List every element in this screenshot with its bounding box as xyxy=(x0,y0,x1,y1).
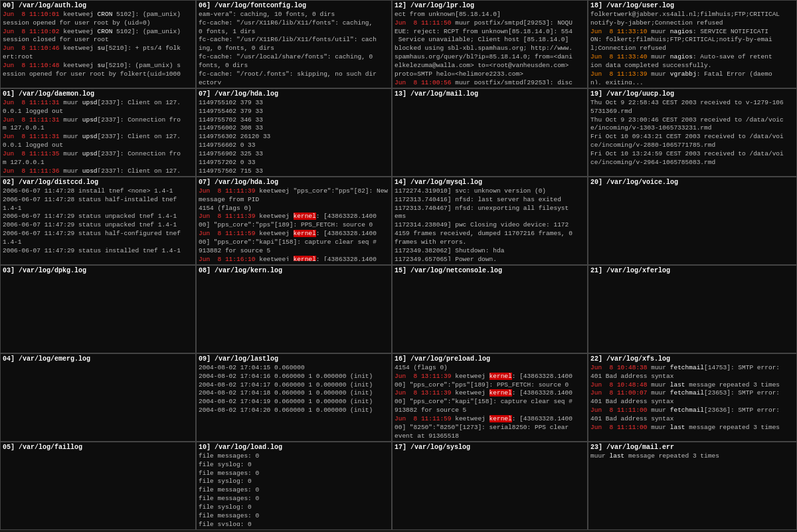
panel-content-01: Jun 8 11:11:31 muur upsd[2337]: Client o… xyxy=(3,99,193,173)
panel-title-15: 15] /var/log/netconsole.log xyxy=(395,267,585,274)
panel-auth-log: 00] /var/log/auth.log Jun 8 11:10:01 kee… xyxy=(0,0,196,88)
panel-title-07: 07] /var/log/hda.log xyxy=(199,90,389,98)
panel-xferlog: 21] /var/log/xferlog xyxy=(588,265,797,353)
panel-content-12: ect from unknown[85.18.14.0] Jun 8 11:11… xyxy=(395,11,585,84)
panel-distccd-log: 02] /var/log/distccd.log 2006-06-07 11:4… xyxy=(0,177,196,265)
panel-content-21 xyxy=(590,276,794,349)
panel-title-13: 13] /var/log/mail.log xyxy=(395,90,585,98)
panel-title-22: 22] /var/log/xfs.log xyxy=(590,355,794,363)
panel-faillog: 05] /var/log/faillog xyxy=(0,442,196,530)
panel-title-00: 00] /var/log/auth.log xyxy=(3,2,193,9)
panel-voice-log: 20] /var/log/voice.log xyxy=(588,177,797,265)
panel-preload-log: 16] /var/log/preload.log 4154 (flags 0) … xyxy=(392,353,588,442)
panel-content-17 xyxy=(395,452,585,526)
panel-title-14: 14] /var/log/mysql.log xyxy=(395,179,585,186)
panel-title-21: 21] /var/log/xferlog xyxy=(590,267,794,274)
panel-hda-log-2: 07] /var/log/hda.log Jun 8 11:11:39 keet… xyxy=(196,177,392,265)
log-grid: 00] /var/log/auth.log Jun 8 11:10:01 kee… xyxy=(0,0,797,532)
panel-uucp-log: 19] /var/log/uucp.log Thu Oct 9 22:58:43… xyxy=(588,88,797,177)
panel-title-23: 23] /var/log/mail.err xyxy=(590,444,794,451)
panel-content-23: muur last message repeated 3 times xyxy=(590,452,794,526)
panel-hda-log: 07] /var/log/hda.log 1149755102 379 33 1… xyxy=(196,88,392,177)
panel-content-22: Jun 8 10:48:38 muur fetchmail[14753]: SM… xyxy=(590,364,794,438)
panel-title-07b: 07] /var/log/hda.log xyxy=(199,179,389,186)
panel-title-19: 19] /var/log/uucp.log xyxy=(590,90,794,98)
panel-kern-log: 08] /var/log/kern.log xyxy=(196,265,392,353)
panel-mail-err: 23] /var/log/mail.err muur last message … xyxy=(588,442,797,530)
panel-title-08: 08] /var/log/kern.log xyxy=(199,267,389,274)
panel-content-00: Jun 8 11:10:01 keetweej CRON 5102]: (pam… xyxy=(3,11,193,84)
panel-netconsole-log: 15] /var/log/netconsole.log xyxy=(392,265,588,353)
panel-content-16: 4154 (flags 0) Jun 8 13:11:39 keetweej k… xyxy=(395,364,585,438)
panel-content-08 xyxy=(199,276,389,349)
panel-content-07: 1149755102 379 33 1149755402 379 33 1149… xyxy=(199,99,389,173)
panel-title-06: 06] /var/log/fontconfig.log xyxy=(199,2,389,9)
panel-content-09: 2004-08-02 17:04:15 0.060000 2004-08-02 … xyxy=(199,364,389,438)
panel-title-04: 04] /var/log/emerg.log xyxy=(3,355,193,363)
panel-content-14: 1172274.319010] svc: unknown version (0)… xyxy=(395,187,585,261)
panel-fontconfig-log: 06] /var/log/fontconfig.log eam-vera": c… xyxy=(196,0,392,88)
panel-mail-log: 13] /var/log/mail.log xyxy=(392,88,588,177)
panel-user-log: 18] /var/log/user.log folkertwerk@jabber… xyxy=(588,0,797,88)
panel-emerg-log: 04] /var/log/emerg.log xyxy=(0,353,196,442)
panel-dpkg-log: 03] /var/log/dpkg.log xyxy=(0,265,196,353)
panel-title-12: 12] /var/log/lpr.log xyxy=(395,2,585,9)
panel-content-07b: Jun 8 11:11:39 keetweej "pps_core":"pps"… xyxy=(199,187,389,261)
panel-xfs-log: 22] /var/log/xfs.log Jun 8 10:48:38 muur… xyxy=(588,353,797,442)
panel-title-18: 18] /var/log/user.log xyxy=(590,2,794,9)
panel-title-01: 01] /var/log/daemon.log xyxy=(3,90,193,98)
panel-load-log: 10] /var/log/load.log file messages: 0 f… xyxy=(196,442,392,530)
panel-content-06: eam-vera": caching, 10 fonts, 0 dirs fc-… xyxy=(199,11,389,84)
panel-title-03: 03] /var/log/dpkg.log xyxy=(3,267,193,274)
panel-title-16: 16] /var/log/preload.log xyxy=(395,355,585,363)
panel-lpr-log: 12] /var/log/lpr.log ect from unknown[85… xyxy=(392,0,588,88)
panel-content-20 xyxy=(590,187,794,261)
panel-title-02: 02] /var/log/distccd.log xyxy=(3,179,193,186)
panel-title-10: 10] /var/log/load.log xyxy=(199,444,389,451)
panel-title-17: 17] /var/log/syslog xyxy=(395,444,585,451)
panel-title-05: 05] /var/log/faillog xyxy=(3,444,193,451)
panel-content-10: file messages: 0 file syslog: 0 file mes… xyxy=(199,452,389,526)
panel-content-15 xyxy=(395,276,585,349)
panel-lastlog: 09] /var/log/lastlog 2004-08-02 17:04:15… xyxy=(196,353,392,442)
panel-content-19: Thu Oct 9 22:58:43 CEST 2003 received to… xyxy=(590,99,794,173)
panel-content-18: folkertwerk@jabber.xs4all.nl;filmhuis;FT… xyxy=(590,11,794,84)
panel-title-09: 09] /var/log/lastlog xyxy=(199,355,389,363)
panel-content-02: 2006-06-07 11:47:28 install tnef <none> … xyxy=(3,187,193,261)
panel-daemon-log: 01] /var/log/daemon.log Jun 8 11:11:31 m… xyxy=(0,88,196,177)
panel-mysql-log: 14] /var/log/mysql.log 1172274.319010] s… xyxy=(392,177,588,265)
panel-content-05 xyxy=(3,452,193,526)
panel-syslog: 17] /var/log/syslog xyxy=(392,442,588,530)
panel-title-20: 20] /var/log/voice.log xyxy=(590,179,794,186)
panel-content-04 xyxy=(3,364,193,438)
panel-content-03 xyxy=(3,276,193,349)
panel-content-13 xyxy=(395,99,585,173)
